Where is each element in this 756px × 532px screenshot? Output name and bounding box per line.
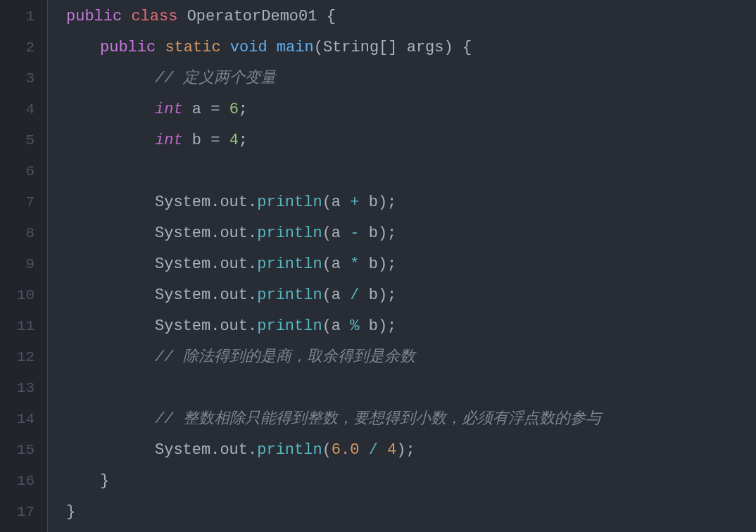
line-number: 12 <box>0 342 34 373</box>
class-name: OperatorDemo01 <box>187 2 317 32</box>
brace-open: { <box>327 2 336 32</box>
keyword-public: public <box>100 33 156 63</box>
system-class: System <box>155 281 210 311</box>
out-field: out <box>220 250 248 280</box>
line-number: 17 <box>0 497 34 528</box>
operator-divide: / <box>369 436 378 466</box>
code-line[interactable]: // 整数相除只能得到整数，要想得到小数，必须有浮点数的参与 <box>66 404 756 435</box>
number-literal: 4 <box>229 126 239 156</box>
comment: // 整数相除只能得到整数，要想得到小数，必须有浮点数的参与 <box>155 405 601 435</box>
line-number: 5 <box>0 125 34 156</box>
code-line[interactable]: int b = 4; <box>66 125 756 156</box>
semicolon: ; <box>239 126 248 156</box>
code-line-empty[interactable] <box>66 373 756 404</box>
code-line[interactable]: System.out.println(a - b); <box>66 218 756 249</box>
keyword-class: class <box>131 2 177 32</box>
line-number-gutter: 1 2 3 4 5 6 7 8 9 10 11 12 13 14 15 16 1… <box>0 0 48 532</box>
brace-close: } <box>100 467 109 497</box>
operator-minus: - <box>350 219 359 249</box>
operator-modulo: % <box>350 312 359 342</box>
code-line[interactable]: System.out.println(a + b); <box>66 187 756 218</box>
number-literal: 6 <box>229 95 239 125</box>
out-field: out <box>220 312 248 342</box>
paren-close: ) <box>444 33 453 63</box>
out-field: out <box>220 188 248 218</box>
code-line[interactable]: public static void main(String[] args) { <box>66 32 756 63</box>
param-type: String[] <box>323 33 398 63</box>
line-number: 10 <box>0 280 34 311</box>
println-method: println <box>257 312 322 342</box>
code-line[interactable]: } <box>66 497 756 528</box>
variable-a: a <box>192 95 201 125</box>
code-line[interactable]: // 定义两个变量 <box>66 63 756 94</box>
comment: // 定义两个变量 <box>155 64 276 94</box>
keyword-public: public <box>66 2 122 32</box>
code-line[interactable]: public class OperatorDemo01 { <box>66 1 756 32</box>
line-number: 13 <box>0 373 34 404</box>
code-line[interactable]: System.out.println(a % b); <box>66 311 756 342</box>
operator-assign: = <box>210 126 220 156</box>
number-literal: 4 <box>387 436 396 466</box>
line-number: 2 <box>0 32 34 63</box>
brace-close: } <box>66 498 75 528</box>
line-number: 8 <box>0 218 34 249</box>
operator-multiply: * <box>350 250 359 280</box>
system-class: System <box>155 312 210 342</box>
line-number: 15 <box>0 435 34 466</box>
paren-open: ( <box>314 33 323 63</box>
operator-divide: / <box>350 281 359 311</box>
system-class: System <box>155 219 210 249</box>
operator-plus: + <box>350 188 359 218</box>
line-number: 4 <box>0 94 34 125</box>
code-line[interactable]: int a = 6; <box>66 94 756 125</box>
println-method: println <box>257 281 322 311</box>
code-line[interactable]: System.out.println(6.0 / 4); <box>66 435 756 466</box>
line-number: 16 <box>0 466 34 497</box>
semicolon: ; <box>239 95 248 125</box>
out-field: out <box>220 436 248 466</box>
code-line-empty[interactable] <box>66 156 756 187</box>
line-number: 3 <box>0 63 34 94</box>
line-number: 9 <box>0 249 34 280</box>
param-name: args <box>407 33 444 63</box>
keyword-void: void <box>230 33 267 63</box>
system-class: System <box>155 188 210 218</box>
system-class: System <box>155 250 210 280</box>
method-main: main <box>277 33 314 63</box>
line-number: 6 <box>0 156 34 187</box>
line-number: 14 <box>0 404 34 435</box>
out-field: out <box>220 281 248 311</box>
code-editor: 1 2 3 4 5 6 7 8 9 10 11 12 13 14 15 16 1… <box>0 0 756 532</box>
println-method: println <box>257 188 322 218</box>
variable-b: b <box>192 126 201 156</box>
println-method: println <box>257 219 322 249</box>
number-literal: 6.0 <box>332 436 360 466</box>
keyword-static: static <box>165 33 220 63</box>
keyword-int: int <box>155 126 183 156</box>
brace-open: { <box>462 33 472 63</box>
println-method: println <box>257 436 322 466</box>
code-area[interactable]: public class OperatorDemo01 { public sta… <box>48 0 756 532</box>
code-line[interactable]: } <box>66 466 756 497</box>
code-line[interactable]: // 除法得到的是商，取余得到是余数 <box>66 342 756 373</box>
keyword-int: int <box>155 95 183 125</box>
line-number: 1 <box>0 1 34 32</box>
code-line[interactable]: System.out.println(a * b); <box>66 249 756 280</box>
code-line[interactable]: System.out.println(a / b); <box>66 280 756 311</box>
system-class: System <box>155 436 210 466</box>
line-number: 7 <box>0 187 34 218</box>
line-number: 11 <box>0 311 34 342</box>
out-field: out <box>220 219 248 249</box>
operator-assign: = <box>210 95 220 125</box>
println-method: println <box>257 250 322 280</box>
comment: // 除法得到的是商，取余得到是余数 <box>155 343 415 373</box>
